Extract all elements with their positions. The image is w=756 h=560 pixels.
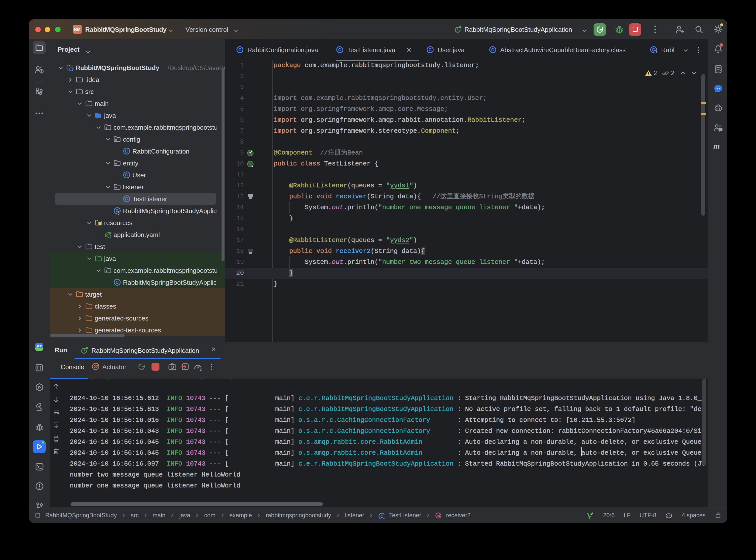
svg-text:C: C [239,47,241,52]
svg-text:C: C [338,47,341,52]
svg-text:C: C [429,47,432,52]
svg-text:C: C [125,148,128,154]
svg-text:C: C [116,280,119,285]
svg-text:C: C [381,514,384,519]
svg-text:?: ? [40,69,42,73]
svg-text:C: C [125,173,128,177]
svg-text:m: m [437,513,440,518]
svg-text:C: C [125,196,128,201]
svg-text:C: C [491,47,494,52]
